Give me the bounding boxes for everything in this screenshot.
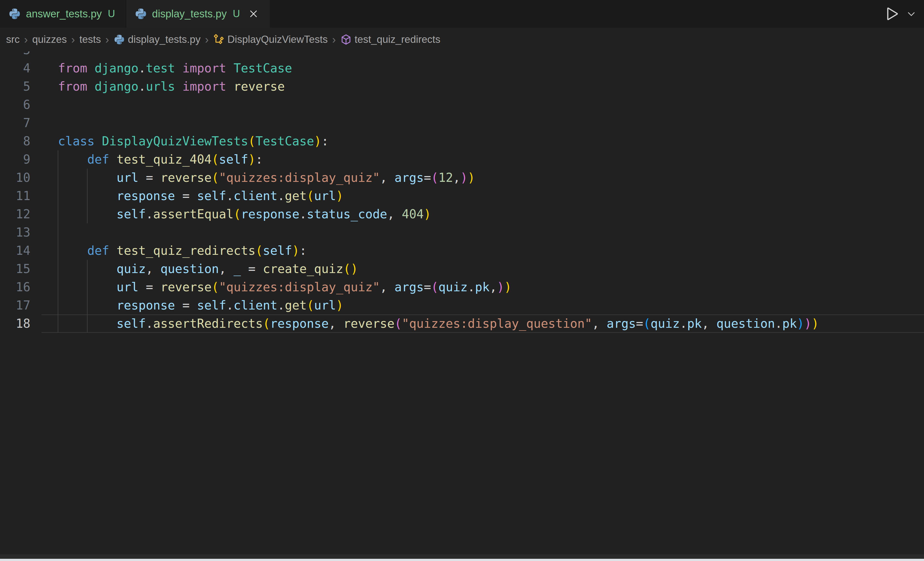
breadcrumb-item[interactable]: DisplayQuizViewTests [227, 34, 327, 45]
code-text: response = self.client.get(url) [58, 187, 343, 205]
breadcrumb: src›quizzes›tests›display_tests.py›Displ… [0, 28, 924, 51]
tab-answer-tests[interactable]: answer_tests.py U [0, 0, 126, 28]
line-number[interactable]: 14 [0, 242, 30, 260]
code-line[interactable]: 18 self.assertRedirects(response, revers… [0, 314, 924, 333]
line-number[interactable]: 7 [0, 114, 30, 132]
line-number[interactable]: 4 [0, 59, 30, 77]
vscode-window: answer_tests.py U display_tests.py U [0, 0, 924, 561]
breadcrumb-separator-icon: › [205, 34, 208, 45]
breadcrumb-separator-icon: › [24, 34, 28, 45]
code-text: def test_quiz_redirects(self): [58, 242, 307, 260]
line-number[interactable]: 17 [0, 296, 30, 314]
code-line[interactable]: 11 response = self.client.get(url) [0, 187, 924, 205]
code-line[interactable]: 13 [0, 223, 924, 242]
code-text: url = reverse("quizzes:display_quiz", ar… [58, 168, 475, 187]
tab-bar: answer_tests.py U display_tests.py U [0, 0, 924, 28]
breadcrumb-separator-icon: › [105, 34, 109, 45]
code-text: quiz, question, _ = create_quiz() [58, 260, 358, 278]
code-line[interactable]: 4from django.test import TestCase [0, 59, 924, 77]
breadcrumb-separator-icon: › [71, 34, 75, 45]
panel-divider [0, 554, 924, 559]
code-text: self.assertEqual(response.status_code, 4… [58, 205, 431, 223]
code-text: response = self.client.get(url) [58, 296, 343, 314]
code-line[interactable]: 16 url = reverse("quizzes:display_quiz",… [0, 278, 924, 296]
line-number[interactable]: 8 [0, 132, 30, 150]
code-text: class DisplayQuizViewTests(TestCase): [58, 132, 328, 150]
code-line[interactable]: 7 [0, 114, 924, 132]
window-bottom-edge [0, 559, 924, 561]
tab-label: answer_tests.py [26, 8, 102, 20]
line-number[interactable]: 9 [0, 150, 30, 168]
line-number[interactable]: 10 [0, 168, 30, 187]
breadcrumb-item[interactable]: quizzes [32, 34, 67, 45]
git-untracked-badge: U [108, 8, 115, 20]
line-number[interactable]: 18 [0, 314, 30, 333]
breadcrumb-separator-icon: › [332, 34, 336, 45]
close-icon[interactable] [248, 8, 259, 20]
line-number[interactable]: 16 [0, 278, 30, 296]
code-line[interactable]: 15 quiz, question, _ = create_quiz() [0, 260, 924, 278]
code-text: from django.test import TestCase [58, 59, 292, 77]
code-text: from django.urls import reverse [58, 77, 285, 96]
line-number[interactable]: 5 [0, 77, 30, 96]
breadcrumb-item[interactable]: src [6, 34, 20, 45]
code-line[interactable]: 8class DisplayQuizViewTests(TestCase): [0, 132, 924, 150]
breadcrumb-item[interactable]: display_tests.py [128, 34, 201, 45]
code-line[interactable]: 14 def test_quiz_redirects(self): [0, 242, 924, 260]
code-line[interactable]: 3 [0, 51, 924, 59]
line-number[interactable]: 11 [0, 187, 30, 205]
tab-bar-empty-space [270, 0, 883, 28]
editor-actions [883, 0, 924, 28]
code-text: url = reverse("quizzes:display_quiz", ar… [58, 278, 512, 296]
code-editor[interactable]: 34from django.test import TestCase5from … [0, 51, 924, 554]
code-line[interactable]: 10 url = reverse("quizzes:display_quiz",… [0, 168, 924, 187]
python-file-icon [135, 8, 147, 20]
code-line[interactable]: 6 [0, 96, 924, 114]
breadcrumb-item[interactable]: tests [79, 34, 101, 45]
tab-label: display_tests.py [152, 8, 227, 20]
method-symbol-icon [340, 34, 352, 45]
line-number[interactable]: 6 [0, 96, 30, 114]
code-text: self.assertRedirects(response, reverse("… [58, 314, 819, 333]
line-number[interactable]: 15 [0, 260, 30, 278]
run-file-button[interactable] [883, 5, 900, 23]
line-number[interactable]: 3 [0, 51, 30, 59]
line-number[interactable]: 13 [0, 223, 30, 242]
run-options-chevron-icon[interactable] [906, 8, 917, 20]
code-line[interactable]: 17 response = self.client.get(url) [0, 296, 924, 314]
code-line[interactable]: 9 def test_quiz_404(self): [0, 150, 924, 168]
class-symbol-icon [213, 34, 225, 45]
line-number[interactable]: 12 [0, 205, 30, 223]
git-untracked-badge: U [233, 8, 240, 20]
code-line[interactable]: 5from django.urls import reverse [0, 77, 924, 96]
code-text: def test_quiz_404(self): [58, 150, 263, 168]
python-file-icon [8, 8, 21, 20]
code-line[interactable]: 12 self.assertEqual(response.status_code… [0, 205, 924, 223]
indent-guide [58, 223, 58, 242]
python-symbol-icon [114, 34, 125, 45]
tab-display-tests[interactable]: display_tests.py U [126, 0, 270, 28]
breadcrumb-item[interactable]: test_quiz_redirects [355, 34, 441, 45]
